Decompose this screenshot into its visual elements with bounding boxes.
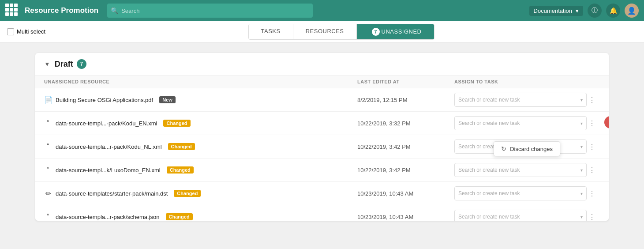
- assign-cell: Search or create new task ▾: [454, 93, 587, 107]
- badge-changed: Changed: [166, 213, 193, 220]
- discard-label: Discard changes: [510, 146, 553, 152]
- resource-cell: “ data-source-templ...-pack/Kodu_EN.xml …: [44, 119, 357, 127]
- assign-cell: Search or create new task ▾: [454, 210, 587, 221]
- discard-popup[interactable]: ↻ Discard changes: [494, 141, 560, 156]
- date-cell: 10/22/2019, 3:42 PM: [357, 143, 454, 150]
- assign-dropdown[interactable]: Search or create new task ▾: [454, 116, 587, 130]
- table-body: 📄 Building Secure OSGi Applications.pdf …: [35, 88, 609, 221]
- assign-placeholder: Search or create new task: [458, 167, 580, 173]
- date-cell: 10/22/2019, 3:42 PM: [357, 167, 454, 174]
- col-edited: LAST EDITED AT: [357, 79, 454, 84]
- assign-chevron-icon: ▾: [580, 121, 583, 126]
- more-options-button[interactable]: ⋮: [587, 94, 597, 105]
- more-options-button[interactable]: ⋮ 2: [587, 141, 597, 152]
- col-assign: ASSIGN TO TASK: [454, 79, 587, 84]
- assign-placeholder: Search or create new task: [458, 120, 580, 126]
- more-options-button[interactable]: ⋮: [587, 188, 597, 199]
- edit-icon: ✏: [44, 189, 52, 198]
- quote-icon: “: [44, 119, 52, 127]
- assign-chevron-icon: ▾: [580, 191, 583, 196]
- table-row: ✏ data-source-templates/starter-pack/mai…: [35, 182, 609, 205]
- resource-name: data-source-templates/starter-pack/main.…: [56, 190, 168, 197]
- tab-unassigned[interactable]: 7 UNASSIGNED: [357, 24, 434, 39]
- search-input[interactable]: [107, 4, 313, 18]
- table-header: UNASSIGNED RESOURCE LAST EDITED AT ASSIG…: [35, 75, 609, 88]
- grid-menu-icon[interactable]: [5, 4, 19, 18]
- tab-resources[interactable]: RESOURCES: [293, 24, 357, 39]
- badge-changed: Changed: [163, 120, 190, 127]
- table-row: “ data-source-templa...r-pack/Kodu_NL.xm…: [35, 135, 609, 158]
- table-row: “ data-source-templa...r-pack/schema.jso…: [35, 205, 609, 221]
- date-cell: 10/22/2019, 3:32 PM: [357, 120, 454, 127]
- assign-chevron-icon: ▾: [580, 168, 583, 173]
- documentation-dropdown[interactable]: Documentation ▾: [529, 6, 583, 16]
- context-badge-1: 1: [604, 116, 609, 128]
- assign-placeholder: Search or create new task: [458, 97, 580, 103]
- badge-changed: Changed: [167, 166, 194, 174]
- assign-placeholder: Search or create new task: [458, 214, 580, 220]
- resource-cell: ✏ data-source-templates/starter-pack/mai…: [44, 189, 357, 198]
- toolbar: Multi select TASKS RESOURCES 7 UNASSIGNE…: [0, 21, 644, 42]
- date-cell: 10/23/2019, 10:43 AM: [357, 214, 454, 220]
- card-header: ▼ Draft 7: [35, 53, 609, 75]
- app-title: Resource Promotion: [25, 6, 98, 15]
- tab-group: TASKS RESOURCES 7 UNASSIGNED: [248, 24, 434, 40]
- badge-changed: Changed: [168, 143, 195, 150]
- resource-cell: “ data-source-templa...r-pack/Kodu_NL.xm…: [44, 143, 357, 151]
- collapse-button[interactable]: ▼: [44, 60, 50, 68]
- more-options-button[interactable]: ⋮: [587, 211, 597, 221]
- assign-cell: Search or create new task ▾: [454, 116, 587, 130]
- assign-placeholder: Search or create new task: [458, 190, 580, 196]
- table-row: 📄 Building Secure OSGi Applications.pdf …: [35, 88, 609, 112]
- multi-select-checkbox[interactable]: [7, 28, 14, 35]
- date-cell: 10/23/2019, 10:43 AM: [357, 190, 454, 197]
- info-icon: ⓘ: [592, 7, 598, 15]
- table-row: “ data-source-templ...-pack/Kodu_EN.xml …: [35, 112, 609, 135]
- draft-title: Draft: [55, 60, 73, 69]
- col-resource: UNASSIGNED RESOURCE: [44, 79, 357, 84]
- resource-name: data-source-templa...r-pack/Kodu_NL.xml: [56, 143, 162, 150]
- assign-dropdown[interactable]: Search or create new task ▾: [454, 163, 587, 177]
- date-cell: 8/2/2019, 12:15 PM: [357, 97, 454, 103]
- search-icon: 🔍: [111, 7, 118, 14]
- app-header: Resource Promotion 🔍 Documentation ▾ ⓘ 🔔…: [0, 0, 644, 21]
- draft-card: ▼ Draft 7 UNASSIGNED RESOURCE LAST EDITE…: [35, 53, 609, 221]
- resource-name: data-source-templ...k/LuxoDomo_EN.xml: [56, 167, 161, 174]
- quote-icon: “: [44, 166, 52, 174]
- resource-name: data-source-templ...-pack/Kodu_EN.xml: [56, 120, 157, 127]
- assign-dropdown[interactable]: Search or create new task ▾: [454, 93, 587, 107]
- quote-icon: “: [44, 213, 52, 221]
- bell-button[interactable]: 🔔: [606, 4, 620, 18]
- assign-chevron-icon: ▾: [580, 144, 583, 149]
- assign-chevron-icon: ▾: [580, 215, 583, 219]
- assign-cell: Search or create new task ▾ ↻ Discard ch…: [454, 140, 587, 154]
- table-row: “ data-source-templ...k/LuxoDomo_EN.xml …: [35, 158, 609, 182]
- multi-select-toggle[interactable]: Multi select: [7, 28, 45, 35]
- info-button[interactable]: ⓘ: [588, 4, 602, 18]
- draft-count-badge: 7: [77, 59, 86, 69]
- pdf-icon: 📄: [44, 96, 52, 104]
- unassigned-tab-badge: 7 UNASSIGNED: [369, 28, 422, 36]
- main-content: ▼ Draft 7 UNASSIGNED RESOURCE LAST EDITE…: [0, 42, 644, 231]
- assign-cell: Search or create new task ▾: [454, 163, 587, 177]
- resource-name: Building Secure OSGi Applications.pdf: [56, 97, 153, 103]
- resource-cell: 📄 Building Secure OSGi Applications.pdf …: [44, 96, 357, 104]
- resource-cell: “ data-source-templa...r-pack/schema.jso…: [44, 213, 357, 221]
- more-options-button[interactable]: ⋮ 1: [587, 118, 597, 128]
- more-options-button[interactable]: ⋮: [587, 165, 597, 175]
- assign-dropdown[interactable]: Search or create new task ▾: [454, 186, 587, 200]
- user-avatar[interactable]: 👤: [625, 4, 639, 18]
- resource-cell: “ data-source-templ...k/LuxoDomo_EN.xml …: [44, 166, 357, 174]
- tab-tasks[interactable]: TASKS: [249, 24, 293, 39]
- badge-new: New: [159, 96, 176, 103]
- quote-icon: “: [44, 143, 52, 151]
- multi-select-label: Multi select: [17, 28, 45, 35]
- chevron-down-icon: ▾: [576, 8, 579, 14]
- header-right-actions: Documentation ▾ ⓘ 🔔 👤: [529, 4, 639, 18]
- global-search: 🔍: [107, 4, 313, 18]
- bell-icon: 🔔: [610, 7, 617, 14]
- doc-dropdown-label: Documentation: [534, 8, 572, 14]
- avatar-image: 👤: [627, 7, 636, 15]
- resource-name: data-source-templa...r-pack/schema.json: [56, 214, 160, 220]
- assign-dropdown[interactable]: Search or create new task ▾: [454, 210, 587, 221]
